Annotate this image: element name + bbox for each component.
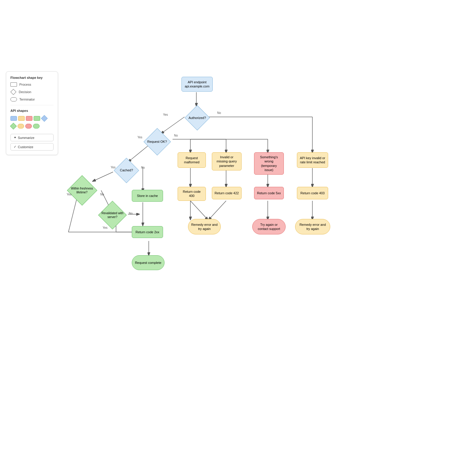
summarize-label: Summarize: [18, 136, 35, 140]
api-key-invalid-node: API key invalid or rate limit reached: [297, 152, 328, 168]
return-422-node: Return code 422: [212, 187, 242, 199]
return-403-node: Return code 403: [297, 187, 328, 199]
return-5xx-node: Return code 5xx: [254, 187, 284, 199]
something-wrong-node: Something's wrong (temporary issue): [254, 152, 284, 175]
api-shape-oval-green: [33, 124, 40, 129]
remedy-400-label: Remedy error and try again: [191, 223, 218, 231]
invalid-query-node: Invalid or missing query parameter: [212, 152, 242, 170]
api-shape-green: [34, 116, 40, 121]
svg-line-25: [190, 201, 208, 220]
api-shape-diamond-green: [10, 123, 17, 130]
decision-label: Decision: [19, 90, 31, 94]
return-422-label: Return code 422: [214, 191, 239, 195]
api-shapes-title: API shapes: [10, 109, 54, 112]
customize-button[interactable]: ✓ Customize: [10, 143, 54, 151]
req-malformed-label: Request malformed: [180, 156, 203, 165]
yes-label-requestok: Yes: [137, 136, 142, 139]
yes-label-authorized: Yes: [163, 113, 168, 116]
api-shape-red: [26, 116, 32, 121]
legend-title: Flowchart shape key: [10, 76, 54, 79]
remedy-400-node: Remedy error and try again: [188, 219, 221, 234]
remedy-403-label: Remedy error and try again: [298, 223, 328, 231]
svg-line-26: [208, 201, 226, 220]
try-again-label: Try again or contact support: [255, 223, 283, 231]
terminator-label: Terminator: [19, 98, 35, 101]
api-shapes-row1: [10, 115, 54, 121]
api-shape-oval-orange: [18, 124, 24, 129]
api-shapes-row2: [10, 123, 54, 129]
revalidated-label: Revalidated with server?: [96, 211, 129, 219]
authorized-label: Authorized?: [189, 116, 206, 120]
return-403-label: Return code 403: [300, 191, 325, 195]
flowchart-arrows: [0, 0, 476, 476]
invalid-query-label: Invalid or missing query parameter: [214, 155, 239, 168]
return-400-label: Return code 400: [180, 190, 203, 198]
api-shape-orange: [18, 116, 25, 121]
no-label-revalidated: No: [129, 212, 133, 215]
summarize-button[interactable]: ✦ Summarize: [10, 134, 54, 141]
return-2xx-label: Return code 2xx: [135, 230, 159, 234]
try-again-node: Try again or contact support: [252, 219, 286, 234]
return-400-node: Return code 400: [178, 187, 206, 201]
something-wrong-label: Something's wrong (temporary issue): [257, 155, 281, 172]
legend-panel: Flowchart shape key Process Decision Ter…: [6, 71, 58, 155]
remedy-403-node: Remedy error and try again: [295, 219, 330, 234]
no-label-authorized: No: [217, 111, 221, 115]
store-cache-label: Store in cache: [137, 194, 158, 198]
freshness-node: Within freshness lifetime?: [65, 176, 99, 205]
return-5xx-label: Return code 5xx: [257, 191, 281, 195]
cached-node: Cached?: [109, 159, 144, 181]
yes-label-cached: Yes: [111, 166, 115, 169]
api-endpoint-line2: api.example.com: [185, 84, 209, 88]
request-complete-node: Request complete: [132, 255, 165, 270]
api-shape-blue: [10, 116, 17, 121]
cached-label: Cached?: [120, 168, 133, 172]
api-endpoint-node: API endpoint api.example.com: [181, 77, 213, 92]
request-ok-label: Request OK?: [147, 140, 167, 144]
yes-label-revalidated: Yes: [103, 226, 107, 229]
api-endpoint-line1: API endpoint: [185, 80, 209, 84]
api-shape-oval-red: [25, 124, 32, 129]
request-complete-label: Request complete: [135, 261, 162, 265]
legend-item-decision: Decision: [10, 89, 54, 95]
legend-item-terminator: Terminator: [10, 97, 54, 101]
legend-item-process: Process: [10, 82, 54, 87]
process-label: Process: [19, 83, 31, 86]
store-cache-node: Store in cache: [132, 190, 163, 202]
action-buttons: ✦ Summarize ✓ Customize: [10, 134, 54, 151]
req-malformed-node: Request malformed: [178, 152, 206, 168]
no-label-cached: No: [141, 166, 145, 169]
customize-icon: ✓: [14, 145, 16, 149]
revalidated-node: Revalidated with server?: [95, 202, 130, 228]
decision-shape-icon: [10, 89, 16, 95]
return-2xx-node: Return code 2xx: [132, 226, 163, 238]
authorized-node: Authorized?: [181, 106, 214, 130]
api-shape-diamond-blue: [41, 115, 48, 122]
customize-label: Customize: [18, 145, 33, 149]
freshness-label: Within freshness lifetime?: [67, 187, 97, 194]
no-label-freshness: No: [100, 193, 104, 196]
no-label-requestok: No: [174, 134, 178, 137]
summarize-icon: ✦: [14, 136, 16, 140]
terminator-shape-icon: [10, 97, 17, 101]
api-key-invalid-label: API key invalid or rate limit reached: [300, 156, 325, 165]
process-shape-icon: [10, 82, 17, 87]
request-ok-node: Request OK?: [139, 130, 175, 154]
